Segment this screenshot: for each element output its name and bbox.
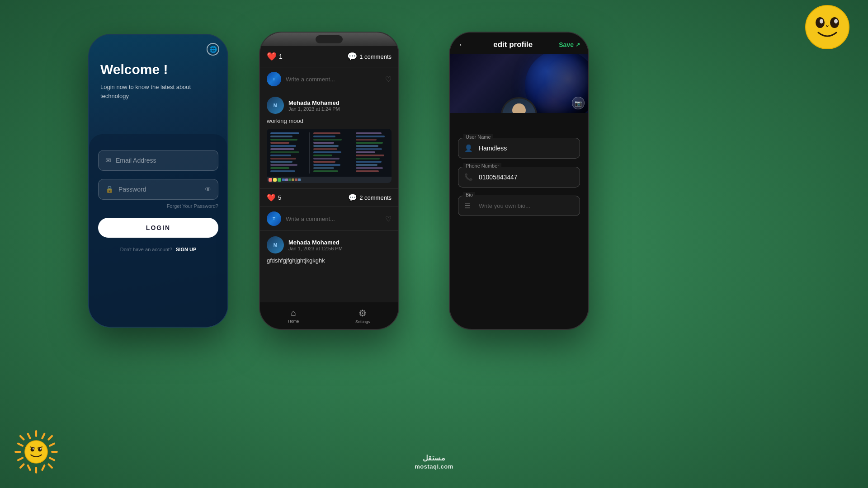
post1-heart-icon[interactable]: ❤️ [267, 193, 276, 202]
comment-input-row[interactable]: T Write a comment... ♡ [260, 67, 398, 91]
svg-line-14 [49, 465, 52, 468]
heart-outline-icon-2[interactable]: ♡ [385, 215, 392, 223]
svg-point-26 [31, 448, 34, 451]
comment-input-row-2[interactable]: T Write a comment... ♡ [260, 207, 398, 231]
cover-camera-button[interactable]: 📷 [572, 97, 585, 109]
sun-sticker [14, 429, 59, 474]
login-button[interactable]: LOGIN [98, 218, 218, 238]
post-2: M Mehada Mohamed Jan 1, 2023 at 12:56 PM… [260, 231, 398, 274]
commenter2-avatar: T [267, 211, 281, 226]
post1-comments: 💬 2 comments [348, 193, 392, 202]
nav-home[interactable]: ⌂ Home [288, 308, 299, 324]
post1-meta: Mehada Mohamed Jan 1, 2023 at 1:24 PM [288, 99, 340, 112]
eye-icon[interactable]: 👁 [205, 186, 211, 193]
username-field[interactable]: 👤 Hamdless [458, 138, 580, 159]
profile-fields: User Name 👤 Hamdless Phone Number 📞 0100… [450, 113, 588, 231]
macos-dock-bar [267, 177, 392, 183]
signup-link[interactable]: SIGN UP [176, 247, 196, 252]
post2-date: Jan 1, 2023 at 12:56 PM [288, 246, 343, 251]
username-value: Hamdless [479, 145, 507, 152]
email-input[interactable]: ✉ Email Address [98, 150, 218, 171]
username-field-group: User Name 👤 Hamdless [458, 138, 580, 159]
bottom-navbar: ⌂ Home ⚙ Settings [260, 302, 398, 329]
post-stats-header: ❤️ 1 💬 1 comments [260, 46, 398, 67]
phone1-login: 🌐 Welcome ! Login now to know the latest… [88, 34, 228, 328]
code-content [267, 129, 392, 177]
svg-line-24 [42, 465, 44, 470]
avatar-inner [502, 99, 536, 113]
watermark-english: mostaql.com [415, 463, 453, 470]
email-placeholder: Email Address [116, 157, 156, 164]
edit-profile-title: edit profile [493, 40, 533, 49]
svg-line-21 [18, 458, 23, 460]
forgot-password-link[interactable]: Forget Your Password? [98, 203, 218, 209]
post-1: M Mehada Mohamed Jan 1, 2023 at 1:24 PM … [260, 91, 398, 189]
bio-placeholder: Write you own bio... [479, 202, 530, 209]
svg-line-13 [20, 436, 24, 440]
heart-outline-icon[interactable]: ♡ [385, 75, 392, 84]
password-input[interactable]: 🔒 Password 👁 [98, 179, 218, 200]
post2-header: M Mehada Mohamed Jan 1, 2023 at 12:56 PM [267, 236, 392, 253]
post1-author: Mehada Mohamed [288, 99, 340, 106]
phone-icon: 📞 [464, 173, 473, 181]
phone-field-group: Phone Number 📞 01005843447 [458, 167, 580, 188]
svg-point-29 [40, 448, 41, 450]
profile-avatar: 📷 [501, 97, 537, 113]
comments-section: 💬 1 comments [347, 52, 392, 61]
svg-point-28 [33, 448, 34, 450]
username-label: User Name [463, 134, 493, 140]
svg-line-15 [49, 436, 52, 440]
post1-avatar: M [267, 97, 284, 114]
edit-profile-topbar: ← edit profile Save ↗ [450, 33, 588, 54]
post2-meta: Mehada Mohamed Jan 1, 2023 at 12:56 PM [288, 239, 343, 251]
lock-icon: 🔒 [105, 185, 114, 193]
watermark: مستقل mostaql.com [415, 454, 453, 470]
likes-section: ❤️ 1 [267, 52, 283, 61]
watermark-arabic: مستقل [415, 454, 453, 462]
avatar-wrapper: 📷 [501, 97, 537, 113]
svg-point-2 [512, 103, 526, 113]
settings-label: Settings [355, 319, 370, 324]
svg-line-22 [50, 444, 54, 446]
dont-have-account-text: Don't have an account? [120, 247, 172, 252]
back-icon[interactable]: ← [458, 39, 467, 50]
save-button[interactable]: Save ↗ [559, 41, 580, 48]
smiley-sticker [805, 5, 850, 50]
heart-filled-icon[interactable]: ❤️ [267, 52, 277, 61]
post2-author: Mehada Mohamed [288, 239, 343, 246]
svg-point-7 [820, 19, 823, 23]
code-screenshot [267, 129, 392, 183]
bio-icon: ☰ [464, 202, 470, 210]
svg-point-8 [834, 19, 838, 23]
user-icon: 👤 [464, 144, 473, 152]
likes-count: 1 [279, 53, 283, 60]
phone2-posts: ❤️ 1 💬 1 comments T Write a comment... ♡… [259, 32, 399, 330]
post1-likes-count: 5 [278, 194, 281, 201]
svg-point-25 [25, 441, 47, 463]
profile-cover: 📷 📷 [450, 54, 588, 113]
svg-line-18 [50, 458, 54, 460]
save-icon: ↗ [576, 42, 580, 48]
svg-line-16 [20, 465, 24, 468]
post2-text: gfdshfgjfghjghtjkgkghk [267, 257, 392, 264]
phone3-edit-profile: ← edit profile Save ↗ 📷 📷 [449, 32, 589, 330]
settings-icon: ⚙ [359, 308, 367, 319]
phone-field[interactable]: 📞 01005843447 [458, 167, 580, 188]
post1-date: Jan 1, 2023 at 1:24 PM [288, 106, 340, 112]
welcome-title: Welcome ! [100, 62, 216, 77]
signup-section: Don't have an account? SIGN UP [98, 247, 218, 252]
globe-icon[interactable]: 🌐 [207, 43, 219, 56]
email-icon: ✉ [105, 156, 111, 164]
commenter-avatar: T [267, 72, 281, 86]
nav-settings[interactable]: ⚙ Settings [355, 308, 370, 324]
post1-footer: ❤️ 5 💬 2 comments [260, 189, 398, 207]
login-form: ✉ Email Address 🔒 Password 👁 Forget Your… [89, 134, 227, 327]
svg-line-19 [42, 434, 44, 438]
svg-line-20 [28, 465, 30, 470]
svg-line-17 [18, 444, 23, 446]
comment-bubble-icon: 💬 [347, 52, 357, 61]
bio-field[interactable]: ☰ Write you own bio... [458, 196, 580, 216]
post1-comment-icon: 💬 [348, 193, 357, 202]
svg-point-27 [38, 448, 42, 451]
post2-avatar: M [267, 236, 284, 253]
